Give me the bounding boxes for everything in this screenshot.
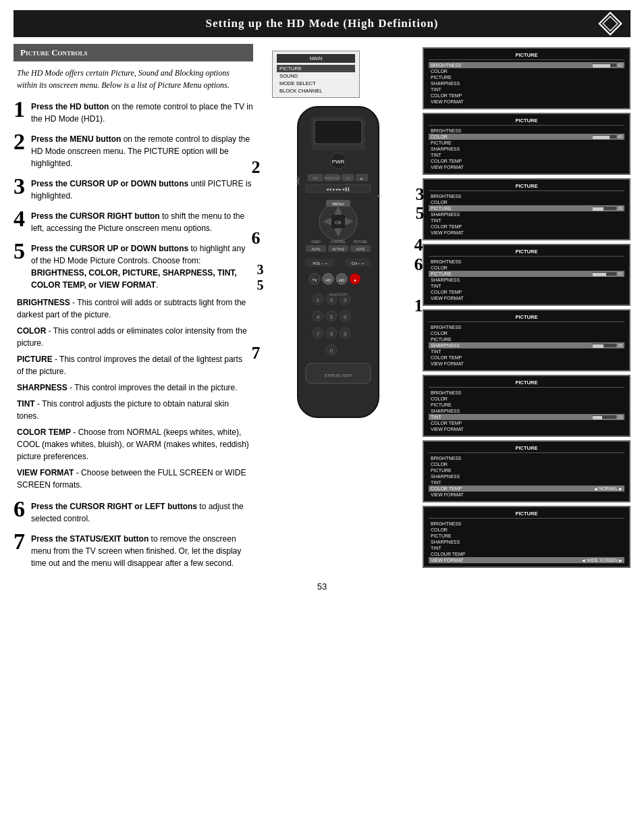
step-2-text: Press the MENU button on the remote cont… xyxy=(31,133,253,170)
overlay-6b: 6 xyxy=(414,255,423,275)
screen-3-tint: TINT xyxy=(429,217,624,224)
step-5-text: Press the CURSOR UP or DOWN buttons to h… xyxy=(31,242,253,291)
svg-text:CONTROL: CONTROL xyxy=(330,240,345,244)
svg-text:OK: OK xyxy=(334,220,341,225)
screen-1-title: PICTURE xyxy=(429,52,624,60)
screen-4-tint: TINT xyxy=(429,283,624,289)
step-7-number: 7 xyxy=(14,530,27,553)
screen-2: PICTURE BRIGHTNESS COLOR40 PICTURE SHARP… xyxy=(423,113,630,175)
screen-4-colortemp: COLOR TEMP xyxy=(429,289,624,295)
step-3-number: 3 xyxy=(14,175,27,198)
screen-6-viewformat: VIEW FORMAT xyxy=(429,426,624,432)
step-7: 7 Press the STATUS/EXIT button to remove… xyxy=(14,530,253,569)
desc-brightness: BRIGHTNESS - This control will adds or s… xyxy=(14,296,253,321)
svg-text:▶: ▶ xyxy=(360,176,363,180)
step-5: 5 Press the CURSOR UP or DOWN buttons to… xyxy=(14,240,253,291)
overlay-4: 4 xyxy=(414,235,423,255)
tv-main-item-block: BLOCK CHANNEL xyxy=(277,87,355,95)
screen-1: PICTURE BRIGHTNESS42 COLOR PICTURE SHARP… xyxy=(423,47,630,109)
svg-text:AUTE: AUTE xyxy=(356,247,365,251)
screen-3-colortemp: COLOR TEMP xyxy=(429,224,624,230)
screen-8-title: PICTURE xyxy=(429,511,624,519)
svg-text:7: 7 xyxy=(316,331,319,337)
screen-8: PICTURE BRIGHTNESS COLOR PICTURE SHARPNE… xyxy=(423,506,630,568)
svg-text:CE: CE xyxy=(345,176,350,180)
screen-6-sharpness: SHARPNESS xyxy=(429,408,624,414)
screen-5: PICTURE BRIGHTNESS COLOR PICTURE SHARPNE… xyxy=(423,309,630,371)
step-3: 3 Press the CURSOR UP or DOWN buttons un… xyxy=(14,175,253,202)
svg-text:CH − +: CH − + xyxy=(351,261,365,265)
screen-1-picture: PICTURE xyxy=(429,74,624,80)
screen-2-brightness: BRIGHTNESS xyxy=(429,128,624,134)
screen-5-tint: TINT xyxy=(429,348,624,355)
left-column: Picture Controls The HD Mode offers cert… xyxy=(14,44,253,575)
screen-8-picture: PICTURE xyxy=(429,533,624,539)
svg-text:●: ● xyxy=(354,278,356,282)
screen-2-picture: PICTURE xyxy=(429,140,624,146)
step-5-number: 5 xyxy=(14,240,27,263)
tv-main-item-mode: MODE SELECT xyxy=(277,80,355,87)
screen-1-color: COLOR xyxy=(429,68,624,74)
svg-text:5: 5 xyxy=(329,314,333,320)
screen-8-color: COLOR xyxy=(429,527,624,533)
step-6-number: 6 xyxy=(14,498,27,521)
screen-5-sharpness: SHARPNESS26 xyxy=(429,342,624,348)
screen-8-viewformat: VIEW FORMAT◀ WIDE SCREEN ▶ xyxy=(429,557,624,563)
screen-3-sharpness: SHARPNESS xyxy=(429,211,624,217)
screen-6-tint: TINT23 xyxy=(429,414,624,420)
diamond-icon xyxy=(598,11,622,36)
page-number: 53 xyxy=(0,581,644,600)
page-header: Setting up the HD Mode (High Definition) xyxy=(14,10,630,37)
screen-2-sharpness: SHARPNESS xyxy=(429,146,624,152)
screen-7-brightness: BRIGHTNESS xyxy=(429,455,624,461)
desc-view-format: VIEW FORMAT - Choose between the FULL SC… xyxy=(14,467,253,491)
desc-sharpness: SHARPNESS - This control improves the de… xyxy=(14,382,253,394)
step-1: 1 Press the HD button on the remote cont… xyxy=(14,98,253,125)
svg-text:AUTE: AUTE xyxy=(311,247,321,251)
remote-control: 2 6 3 5 3 5 4 6 1 7 PWR xyxy=(271,103,406,427)
screen-4-picture: PICTURE33 xyxy=(429,271,624,277)
step-1-number: 1 xyxy=(14,98,27,121)
screen-3: PICTURE BRIGHTNESS COLOR PICTURE26 SHARP… xyxy=(423,178,630,240)
screen-2-color: COLOR40 xyxy=(429,134,624,140)
screen-7-picture: PICTURE xyxy=(429,467,624,473)
screen-8-brightness: BRIGHTNESS xyxy=(429,521,624,527)
screen-4-viewformat: VIEW FORMAT xyxy=(429,295,624,301)
step-7-text: Press the STATUS/EXIT button to remove t… xyxy=(31,533,253,569)
overlay-3b: 3 xyxy=(257,262,264,278)
step-4-text: Press the CURSOR RIGHT button to shift t… xyxy=(31,210,253,234)
screen-7-color: COLOR xyxy=(429,461,624,467)
screen-1-brightness: BRIGHTNESS42 xyxy=(429,62,624,68)
screen-7-viewformat: VIEW FORMAT xyxy=(429,492,624,498)
svg-text:3: 3 xyxy=(343,297,346,303)
screen-2-colortemp: COLOR TEMP xyxy=(429,158,624,164)
screen-7-sharpness: SHARPNESS xyxy=(429,473,624,479)
svg-text:2: 2 xyxy=(329,297,333,303)
screen-1-viewformat: VIEW FORMAT xyxy=(429,99,624,105)
tv-main-item-sound: SOUND xyxy=(277,72,355,80)
screen-6-brightness: BRIGHTNESS xyxy=(429,390,624,396)
svg-text:1: 1 xyxy=(316,297,319,303)
header-title: Setting up the HD Mode (High Definition) xyxy=(205,17,438,30)
screen-3-viewformat: VIEW FORMAT xyxy=(429,230,624,236)
svg-text:9: 9 xyxy=(343,331,346,337)
desc-picture: PICTURE - This control improves the deta… xyxy=(14,353,253,377)
screen-7-colortemp: COLOR TEMP◀ NORMAL ▶ xyxy=(429,486,624,492)
svg-text:8: 8 xyxy=(329,331,333,337)
screen-3-color: COLOR xyxy=(429,199,624,205)
screen-6: PICTURE BRIGHTNESS COLOR PICTURE SHARPNE… xyxy=(423,375,630,437)
screen-6-title: PICTURE xyxy=(429,380,624,388)
step-3-text: Press the CURSOR UP or DOWN buttons unti… xyxy=(31,178,253,202)
screen-4-title: PICTURE xyxy=(429,249,624,257)
screen-4-brightness: BRIGHTNESS xyxy=(429,259,624,265)
svg-text:MENU: MENU xyxy=(332,202,344,206)
desc-color-temp: COLOR TEMP - Choose from NORMAL (keeps w… xyxy=(14,426,253,463)
step-6-text: Press the CURSOR RIGHT or LEFT buttons t… xyxy=(31,500,253,525)
screen-8-tint: TINT xyxy=(429,545,624,551)
tv-main-header: MAIN xyxy=(277,54,355,63)
screen-3-picture: PICTURE26 xyxy=(429,205,624,211)
svg-text:6: 6 xyxy=(343,314,346,320)
screen-2-title: PICTURE xyxy=(429,118,624,126)
step-1-text: Press the HD button on the remote contro… xyxy=(31,101,253,125)
step-4-number: 4 xyxy=(14,207,27,230)
